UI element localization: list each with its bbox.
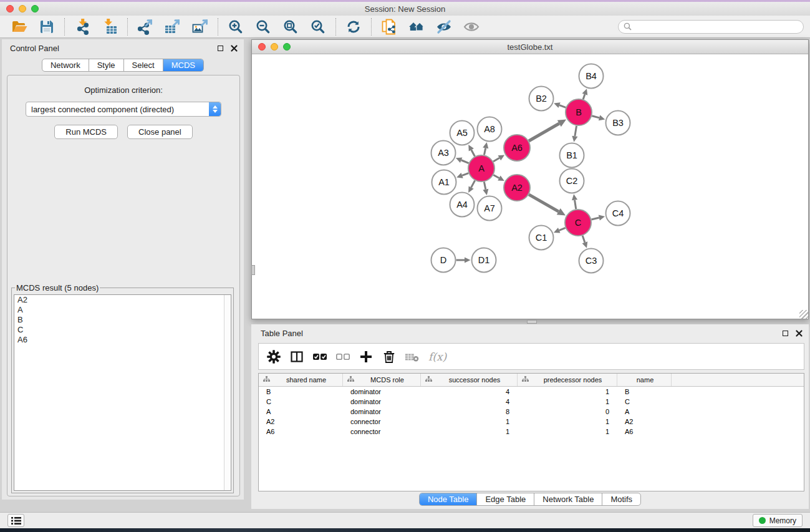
svg-text:A8: A8 xyxy=(484,124,495,134)
table-toolbar-add-column-button[interactable] xyxy=(359,347,374,366)
mcds-result-list[interactable]: A2ABCA6 xyxy=(14,294,231,491)
result-list-item[interactable]: C xyxy=(14,325,231,335)
graph-node-C1[interactable]: C1 xyxy=(529,226,554,250)
graph-node-B4[interactable]: B4 xyxy=(579,64,604,89)
network-canvas[interactable]: AA6A2BCB4B2B3B1A5A8A3A1A4A7C2C4C1C3DD1 xyxy=(252,54,808,319)
svg-text:C3: C3 xyxy=(586,256,597,266)
show-ui-icon xyxy=(463,19,480,35)
cell: connector xyxy=(343,428,421,435)
graph-node-A4[interactable]: A4 xyxy=(450,193,475,217)
network-graph[interactable]: AA6A2BCB4B2B3B1A5A8A3A1A4A7C2C4C1C3DD1 xyxy=(252,54,808,319)
mcds-result-title: MCDS result (5 nodes) xyxy=(15,283,100,293)
table-toolbar-settings-gear-button[interactable] xyxy=(266,347,281,366)
result-list-item[interactable]: A2 xyxy=(14,295,231,305)
graph-node-A[interactable]: A xyxy=(468,155,494,181)
graph-node-C4[interactable]: C4 xyxy=(606,201,630,226)
graph-node-D[interactable]: D xyxy=(432,248,456,273)
search-input[interactable] xyxy=(635,22,798,32)
toolbar-button-open-file[interactable] xyxy=(7,17,31,36)
network-window-titlebar[interactable]: testGlobe.txt xyxy=(252,40,808,54)
toolbar-button-export-image[interactable] xyxy=(188,17,212,36)
table-close-panel-icon[interactable] xyxy=(796,330,803,337)
svg-text:C: C xyxy=(575,218,581,228)
toolbar-button-duplicate-session[interactable] xyxy=(377,17,401,36)
svg-text:B4: B4 xyxy=(586,71,597,81)
splitter-handle-left[interactable] xyxy=(251,265,255,275)
table-row[interactable]: A2connector11A2 xyxy=(259,417,804,427)
tab-select[interactable]: Select xyxy=(123,59,163,71)
table-toolbar-deselect-all-columns-button[interactable] xyxy=(335,347,350,366)
graph-node-B3[interactable]: B3 xyxy=(606,111,630,135)
toolbar-button-import-table[interactable] xyxy=(98,17,122,36)
function-builder-icon: f(x) xyxy=(428,350,450,364)
tab-style[interactable]: Style xyxy=(89,59,123,71)
table-row[interactable]: A6connector11A6 xyxy=(259,427,804,437)
graph-node-B[interactable]: B xyxy=(566,99,592,125)
float-panel-icon[interactable] xyxy=(218,46,223,51)
node-table[interactable]: shared nameMCDS rolesuccessor nodesprede… xyxy=(258,373,804,491)
graph-node-B1[interactable]: B1 xyxy=(560,143,584,168)
graph-node-A1[interactable]: A1 xyxy=(432,170,456,195)
column-header-MCDS-role[interactable]: MCDS role xyxy=(343,374,421,386)
svg-text:D: D xyxy=(440,255,446,265)
graph-node-C2[interactable]: C2 xyxy=(560,169,584,193)
export-network-icon xyxy=(137,19,153,35)
table-toolbar-select-all-columns-button[interactable] xyxy=(312,347,327,366)
svg-text:B3: B3 xyxy=(612,118,624,128)
graph-node-B2[interactable]: B2 xyxy=(529,87,554,111)
search-box[interactable] xyxy=(618,20,804,34)
toolbar-button-import-network[interactable] xyxy=(70,17,94,36)
window-resize-grip[interactable] xyxy=(799,310,808,319)
toolbar-button-zoom-selected[interactable] xyxy=(306,17,330,36)
result-list-item[interactable]: A6 xyxy=(14,335,231,345)
optimization-dropdown[interactable]: largest connected component (directed) xyxy=(26,102,221,117)
toolbar-button-export-table[interactable] xyxy=(161,17,185,36)
task-history-button[interactable] xyxy=(7,514,24,527)
toolbar-button-show-ui[interactable] xyxy=(460,17,483,36)
tab-motifs[interactable]: Motifs xyxy=(602,493,640,505)
result-scrollbar[interactable] xyxy=(224,295,231,490)
graph-node-A3[interactable]: A3 xyxy=(432,141,456,165)
close-panel-icon[interactable] xyxy=(231,45,238,52)
column-header-name[interactable]: name xyxy=(617,374,672,386)
app-window: Session: New Session Control Panel Netwo… xyxy=(0,0,810,532)
column-header-shared-name[interactable]: shared name xyxy=(259,374,343,386)
table-row[interactable]: Cdominator41C xyxy=(259,397,804,407)
graph-node-A8[interactable]: A8 xyxy=(478,117,502,142)
tab-network-table[interactable]: Network Table xyxy=(534,493,602,505)
svg-text:B: B xyxy=(576,107,582,117)
result-list-item[interactable]: A xyxy=(14,305,231,315)
graph-node-A2[interactable]: A2 xyxy=(504,175,530,201)
column-header-predecessor-nodes[interactable]: predecessor nodes xyxy=(518,374,617,386)
table-row[interactable]: Bdominator41B xyxy=(259,387,804,397)
tab-mcds[interactable]: MCDS xyxy=(163,59,203,71)
tab-edge-table[interactable]: Edge Table xyxy=(476,493,534,505)
table-toolbar-delete-column-button[interactable] xyxy=(382,347,397,366)
table-toolbar-show-columns-button[interactable] xyxy=(289,347,304,366)
run-mcds-button[interactable]: Run MCDS xyxy=(54,125,118,139)
table-float-panel-icon[interactable] xyxy=(783,331,788,336)
toolbar-button-hide-ui[interactable] xyxy=(432,17,456,36)
tab-network[interactable]: Network xyxy=(42,59,89,71)
graph-node-A5[interactable]: A5 xyxy=(450,121,475,145)
graph-node-C3[interactable]: C3 xyxy=(579,249,604,273)
graph-node-C[interactable]: C xyxy=(565,210,591,236)
result-list-item[interactable]: B xyxy=(14,315,231,325)
close-panel-button[interactable]: Close panel xyxy=(127,125,193,139)
toolbar-button-zoom-out[interactable] xyxy=(251,17,275,36)
graph-node-A6[interactable]: A6 xyxy=(504,135,530,161)
memory-button[interactable]: Memory xyxy=(753,514,803,527)
toolbar-button-zoom-in[interactable] xyxy=(224,17,248,36)
tab-node-table[interactable]: Node Table xyxy=(420,493,477,505)
graph-node-D1[interactable]: D1 xyxy=(472,248,496,273)
splitter-handle-bottom[interactable] xyxy=(527,320,537,324)
graph-node-A7[interactable]: A7 xyxy=(478,196,502,221)
toolbar-button-refresh-view[interactable] xyxy=(342,17,365,36)
toolbar-button-zoom-fit[interactable] xyxy=(279,17,302,36)
toolbar-button-export-network[interactable] xyxy=(133,17,157,36)
toolbar-button-save-session[interactable] xyxy=(35,17,59,36)
cell: A2 xyxy=(617,418,672,425)
toolbar-button-home-view[interactable] xyxy=(405,17,428,36)
table-row[interactable]: Adominator80A xyxy=(259,407,804,417)
column-header-successor-nodes[interactable]: successor nodes xyxy=(421,374,518,386)
